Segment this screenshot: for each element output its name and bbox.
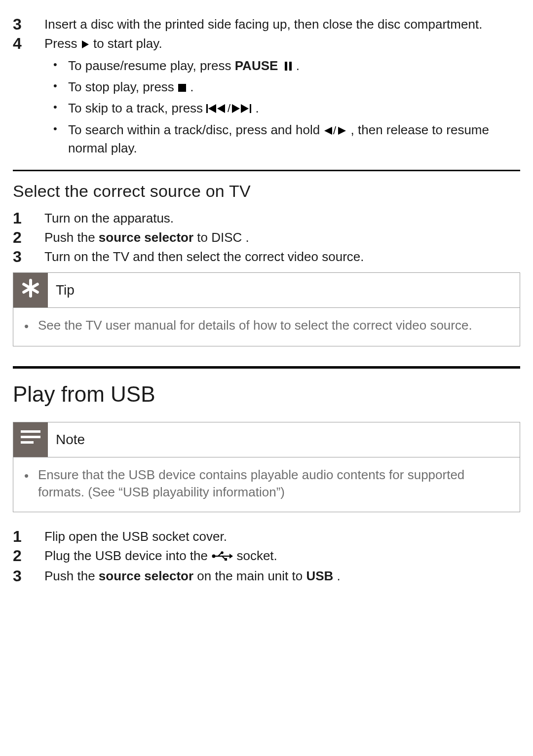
svg-marker-13: [338, 127, 346, 135]
tip-label: Tip: [56, 281, 75, 300]
svg-rect-2: [289, 62, 292, 71]
text: socket.: [236, 548, 277, 563]
step-number: 3: [13, 567, 44, 585]
text: .: [190, 79, 193, 94]
svg-point-23: [221, 551, 224, 554]
step-text: Press to start play. • To pause/resume p…: [44, 35, 520, 157]
step-number: 1: [13, 210, 44, 227]
svg-marker-22: [229, 554, 233, 559]
bullet-icon: •: [44, 100, 68, 115]
sub-seek: • To search within a track/disc, press a…: [44, 121, 520, 157]
svg-rect-1: [285, 62, 287, 71]
step-3: 3 Insert a disc with the printed side fa…: [13, 16, 520, 33]
svg-rect-4: [206, 104, 208, 113]
text: .: [296, 58, 300, 73]
svg-rect-17: [21, 430, 40, 433]
note-text: Ensure that the USB device contains play…: [38, 466, 509, 501]
tip-badge: [13, 273, 48, 307]
note-lines-icon: [20, 429, 41, 450]
step-text: Turn on the apparatus.: [44, 210, 520, 227]
svg-marker-9: [241, 104, 249, 113]
tip-text: See the TV user manual for details of ho…: [38, 317, 472, 335]
usb-step-2: 2 Plug the USB device into the socket.: [13, 547, 520, 566]
text: on the main unit to: [197, 568, 306, 583]
text: Push the: [44, 568, 99, 583]
step-number: 1: [13, 528, 44, 545]
step-number: 2: [13, 229, 44, 246]
text: .: [256, 101, 259, 115]
step-number: 4: [13, 35, 44, 52]
step-text: Flip open the USB socket cover.: [44, 528, 520, 545]
bullet-icon: •: [44, 121, 68, 137]
bold-text: PAUSE: [235, 58, 278, 73]
svg-marker-0: [82, 40, 89, 48]
asterisk-icon: [19, 277, 42, 304]
note-box: Note • Ensure that the USB device contai…: [13, 422, 520, 512]
step-text: Plug the USB device into the socket.: [44, 547, 520, 566]
step-number: 3: [13, 16, 44, 33]
text: to: [197, 230, 211, 245]
seek-left-right-icon: /: [323, 122, 347, 140]
tv-step-2: 2 Push the source selector to DISC .: [13, 229, 520, 246]
bold-text: DISC: [211, 230, 242, 245]
stop-icon: [178, 79, 187, 97]
sub-pause: • To pause/resume play, press PAUSE .: [44, 57, 520, 76]
bullet-icon: •: [44, 57, 68, 73]
text: Plug the USB device into the: [44, 548, 211, 563]
tip-body: • See the TV user manual for details of …: [13, 307, 520, 346]
svg-marker-6: [217, 104, 225, 113]
text: to start play.: [93, 36, 162, 51]
tip-header: Tip: [13, 273, 520, 307]
note-header: Note: [13, 422, 520, 457]
step-text: Push the source selector on the main uni…: [44, 567, 520, 585]
usb-icon: [211, 548, 233, 566]
section-divider-thick: [13, 366, 520, 369]
tv-step-3: 3 Turn on the TV and then select the cor…: [13, 248, 520, 265]
step-text: Turn on the TV and then select the corre…: [44, 248, 520, 265]
bold-text: USB: [306, 568, 333, 583]
step-number: 3: [13, 248, 44, 265]
heading-play-usb: Play from USB: [13, 379, 520, 409]
bullet-icon: •: [24, 317, 31, 335]
step-text: Push the source selector to DISC .: [44, 229, 520, 246]
text: To stop play, press: [68, 79, 178, 94]
note-body: • Ensure that the USB device contains pl…: [13, 457, 520, 512]
text: Push the: [44, 230, 99, 245]
tv-step-1: 1 Turn on the apparatus.: [13, 210, 520, 227]
tip-box: Tip • See the TV user manual for details…: [13, 272, 520, 346]
svg-rect-10: [250, 104, 251, 113]
text: .: [337, 568, 341, 583]
text: To pause/resume play, press: [68, 58, 235, 73]
sub-skip: • To skip to a track, press /: [44, 100, 520, 118]
text: Press: [44, 36, 81, 51]
bullet-icon: •: [44, 78, 68, 94]
note-badge: [13, 422, 48, 457]
bold-text: source selector: [99, 230, 193, 245]
svg-rect-18: [21, 436, 40, 438]
bullet-icon: •: [24, 466, 31, 501]
section-divider: [13, 170, 520, 171]
usb-step-1: 1 Flip open the USB socket cover.: [13, 528, 520, 545]
skip-prev-next-icon: /: [206, 101, 252, 118]
text: .: [246, 230, 249, 245]
svg-text:/: /: [333, 126, 337, 135]
note-label: Note: [56, 430, 85, 449]
usb-step-3: 3 Push the source selector on the main u…: [13, 567, 520, 585]
play-icon: [81, 36, 90, 53]
svg-marker-8: [232, 104, 240, 113]
sub-stop: • To stop play, press .: [44, 78, 520, 97]
svg-rect-19: [21, 441, 34, 444]
substeps: • To pause/resume play, press PAUSE . • …: [44, 57, 520, 156]
text: To skip to a track, press: [68, 101, 206, 115]
pause-icon: [284, 58, 293, 76]
heading-select-source: Select the correct source on TV: [13, 180, 520, 203]
svg-rect-24: [225, 558, 227, 561]
svg-text:/: /: [228, 104, 231, 113]
step-number: 2: [13, 547, 44, 565]
svg-rect-3: [178, 84, 186, 92]
svg-marker-11: [324, 127, 332, 135]
text: To search within a track/disc, press and…: [68, 122, 323, 137]
step-text: Insert a disc with the printed side faci…: [44, 16, 520, 33]
bold-text: source selector: [99, 568, 193, 583]
step-4: 4 Press to start play. • To pause/resume…: [13, 35, 520, 157]
